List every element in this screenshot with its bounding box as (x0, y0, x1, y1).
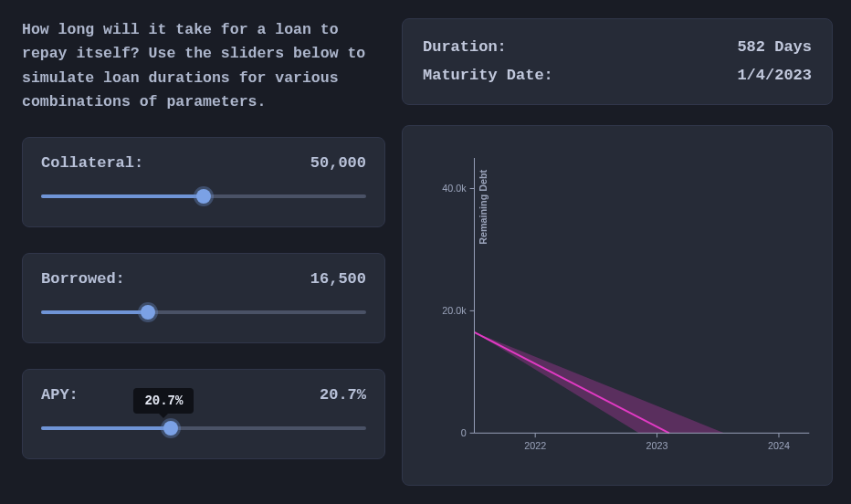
svg-text:40.0k: 40.0k (442, 184, 467, 194)
svg-text:0: 0 (461, 427, 467, 438)
maturity-value: 1/4/2023 (737, 62, 812, 90)
info-panel: Duration: 582 Days Maturity Date: 1/4/20… (402, 18, 833, 105)
collateral-label: Collateral: (41, 154, 143, 172)
slider-thumb[interactable] (196, 189, 211, 204)
duration-label: Duration: (423, 34, 507, 62)
slider-track-fill (41, 426, 171, 430)
debt-chart: 020.0k40.0k202220232024Remaining Debt (412, 135, 823, 476)
apy-tooltip: 20.7% (133, 388, 194, 414)
svg-text:Remaining Debt: Remaining Debt (478, 170, 489, 245)
svg-marker-0 (474, 332, 723, 433)
apy-slider[interactable]: 20.7% (41, 420, 366, 436)
duration-value: 582 Days (737, 34, 812, 62)
slider-thumb[interactable] (141, 305, 155, 320)
borrowed-slider[interactable] (41, 304, 366, 320)
apy-value: 20.7% (320, 386, 366, 404)
intro-text: How long will it take for a loan to repa… (22, 18, 385, 115)
slider-thumb[interactable]: 20.7% (163, 421, 178, 436)
apy-label: APY: (41, 386, 79, 404)
maturity-label: Maturity Date: (423, 62, 553, 90)
borrowed-slider-card: Borrowed: 16,500 (22, 253, 385, 343)
svg-text:2024: 2024 (768, 440, 790, 451)
collateral-value: 50,000 (310, 154, 366, 172)
svg-text:2022: 2022 (524, 440, 546, 451)
svg-text:2023: 2023 (646, 440, 668, 451)
collateral-slider[interactable] (41, 188, 366, 205)
collateral-slider-card: Collateral: 50,000 (22, 137, 385, 227)
borrowed-value: 16,500 (310, 270, 366, 288)
chart-panel: 020.0k40.0k202220232024Remaining Debt (402, 125, 833, 486)
apy-slider-card: APY: 20.7% 20.7% (22, 369, 385, 459)
svg-line-1 (474, 332, 668, 433)
slider-track-fill (41, 194, 204, 198)
borrowed-label: Borrowed: (41, 270, 125, 288)
slider-track-fill (41, 310, 148, 314)
svg-text:20.0k: 20.0k (442, 305, 467, 316)
